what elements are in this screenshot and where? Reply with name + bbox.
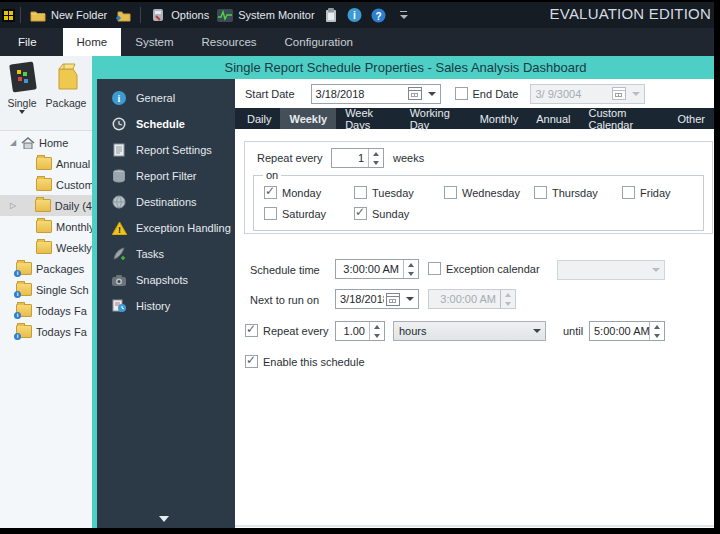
tree-item-label: Todays Fa — [36, 326, 87, 338]
spin-down-icon[interactable] — [374, 334, 380, 338]
until-time-value: 5:00:00 AM — [590, 325, 649, 337]
spin-down-icon[interactable] — [408, 272, 414, 276]
spinner[interactable] — [649, 322, 664, 340]
sunday-checkbox[interactable]: ✓ — [354, 207, 367, 220]
schedule-time-value: 3:00:00 AM — [336, 263, 403, 275]
wednesday-checkbox[interactable] — [444, 186, 457, 199]
enable-schedule-checkbox[interactable]: ✓ — [245, 355, 258, 368]
single-schedule-button[interactable]: Single — [0, 56, 44, 130]
folder-icon — [35, 199, 51, 212]
nav-item-report-filter[interactable]: Report Filter — [97, 163, 235, 189]
nav-item-tasks[interactable]: Tasks — [97, 241, 235, 267]
tree-item-label: Packages — [36, 263, 84, 275]
spinner[interactable] — [369, 322, 384, 340]
tree-item-custom[interactable]: Custom — [0, 174, 92, 195]
date-row: Start Date 3/18/2018 End Date 3/ 9/3004 — [235, 79, 714, 109]
tab-system[interactable]: System — [121, 28, 187, 56]
spin-up-icon[interactable] — [374, 325, 380, 329]
tab-resources[interactable]: Resources — [188, 28, 271, 56]
nav-item-destinations[interactable]: Destinations — [97, 189, 235, 215]
toolbar-overflow-button[interactable] — [399, 11, 408, 20]
single-dropdown-icon[interactable] — [19, 110, 25, 114]
monday-checkbox[interactable]: ✓ — [264, 186, 277, 199]
tree-item-todays-2[interactable]: Todays Fa — [0, 321, 92, 342]
tree-item-weekly[interactable]: Weekly — [0, 237, 92, 258]
tuesday-checkbox[interactable] — [354, 186, 367, 199]
repeat-interval-value: 1.00 — [336, 325, 369, 337]
tab-home[interactable]: Home — [63, 28, 122, 56]
schedule-time-input[interactable]: 3:00:00 AM — [335, 259, 419, 279]
spin-up-icon[interactable] — [408, 263, 414, 267]
help-button[interactable]: ? — [367, 7, 391, 23]
tree-item-single-sch[interactable]: Single Sch — [0, 279, 92, 300]
package-icon — [51, 61, 81, 97]
tree-item-label: Annual — [56, 158, 90, 170]
spin-up-icon[interactable] — [373, 152, 379, 156]
calendar-icon — [386, 293, 400, 306]
repeat-unit-select[interactable]: hours — [393, 321, 546, 341]
nav-item-exception-handling[interactable]: ! Exception Handling — [97, 215, 235, 241]
tab-weekly[interactable]: Weekly — [280, 108, 336, 129]
spinner[interactable] — [368, 149, 383, 167]
repeat-interval-input[interactable]: 1.00 — [335, 321, 385, 341]
next-run-time-input: 3:00:00 AM — [428, 289, 516, 309]
expander-expanded-icon[interactable]: ◢ — [10, 138, 18, 147]
spin-down-icon[interactable] — [373, 161, 379, 165]
tab-configuration[interactable]: Configuration — [271, 28, 367, 56]
start-date-input[interactable]: 3/18/2018 — [311, 84, 441, 104]
move-folder-button[interactable] — [111, 7, 135, 23]
folder-icon — [36, 157, 52, 170]
tab-annual[interactable]: Annual — [527, 108, 579, 129]
spinner[interactable] — [403, 260, 418, 278]
thursday-checkbox[interactable] — [534, 186, 547, 199]
clipboard-button[interactable] — [319, 7, 343, 23]
spin-up-icon[interactable] — [654, 325, 660, 329]
nav-item-report-settings[interactable]: Report Settings — [97, 137, 235, 163]
quick-access-toolbar: New Folder Options System Monitor — [0, 2, 714, 28]
tree-item-annual[interactable]: Annual — [0, 153, 92, 174]
nav-item-snapshots[interactable]: Snapshots — [97, 267, 235, 293]
tab-working-day[interactable]: Working Day — [401, 108, 471, 129]
tab-other[interactable]: Other — [668, 108, 714, 129]
tree-item-daily[interactable]: ▷ Daily (4 — [0, 195, 92, 216]
system-monitor-button[interactable]: System Monitor — [213, 7, 318, 23]
spin-down-icon[interactable] — [654, 334, 660, 338]
tab-custom-calendar[interactable]: Custom Calendar — [580, 108, 669, 129]
until-time-input[interactable]: 5:00:00 AM — [589, 321, 665, 341]
tab-monthly[interactable]: Monthly — [471, 108, 528, 129]
expander-collapsed-icon[interactable]: ▷ — [10, 201, 18, 210]
tree-item-home[interactable]: ◢ Home — [0, 132, 92, 153]
dropdown-arrow-icon[interactable] — [428, 92, 436, 96]
single-button-label: Single — [7, 97, 36, 109]
saturday-checkbox[interactable] — [264, 207, 277, 220]
tree-item-packages[interactable]: Packages — [0, 258, 92, 279]
exception-calendar-checkbox[interactable] — [428, 262, 441, 275]
end-date-checkbox-row: End Date — [455, 87, 519, 100]
dropdown-arrow-icon[interactable] — [406, 297, 414, 301]
package-schedule-button[interactable]: Package — [44, 56, 88, 130]
end-date-checkbox[interactable] — [455, 87, 468, 100]
nav-item-history[interactable]: History — [97, 293, 235, 319]
nav-item-general[interactable]: i General — [97, 85, 235, 111]
system-monitor-label: System Monitor — [238, 9, 314, 21]
nav-item-schedule[interactable]: Schedule — [97, 111, 235, 137]
checkmark: ✓ — [246, 322, 256, 336]
tab-week-days[interactable]: Week Days — [336, 108, 400, 129]
tab-file[interactable]: File — [2, 28, 53, 56]
tree-item-todays-1[interactable]: Todays Fa — [0, 300, 92, 321]
svg-text:i: i — [353, 10, 356, 21]
tree-item-monthly[interactable]: Monthly — [0, 216, 92, 237]
friday-checkbox[interactable] — [622, 186, 635, 199]
repeat-weeks-input[interactable]: 1 — [331, 148, 384, 168]
bottom-scrollbar[interactable] — [235, 525, 714, 527]
tab-daily[interactable]: Daily — [238, 108, 280, 129]
next-run-date-input[interactable]: 3/18/2018 — [335, 289, 419, 309]
new-folder-button[interactable]: New Folder — [26, 7, 111, 23]
about-button[interactable]: i — [343, 7, 367, 23]
dropdown-arrow-icon[interactable] — [533, 329, 541, 333]
nav-item-label: Snapshots — [136, 274, 188, 286]
repeat-every-checkbox[interactable]: ✓ — [245, 324, 258, 337]
repeat-every-row: ✓ Repeat every — [245, 324, 328, 337]
nav-scroll-down-icon[interactable] — [159, 516, 169, 522]
options-button[interactable]: Options — [146, 7, 213, 23]
